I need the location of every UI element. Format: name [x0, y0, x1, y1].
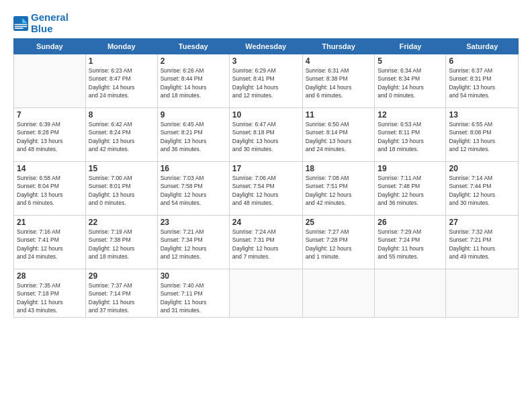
day-info: Sunrise: 7:24 AM Sunset: 7:31 PM Dayligh…	[232, 228, 300, 261]
calendar-cell: 10Sunrise: 6:47 AM Sunset: 8:18 PM Dayli…	[229, 108, 302, 162]
day-number: 18	[306, 164, 372, 173]
calendar-header-row: SundayMondayTuesdayWednesdayThursdayFrid…	[14, 39, 519, 54]
day-info: Sunrise: 7:29 AM Sunset: 7:24 PM Dayligh…	[378, 228, 443, 261]
calendar-cell: 29Sunrise: 7:37 AM Sunset: 7:14 PM Dayli…	[85, 269, 157, 318]
calendar-header-thursday: Thursday	[302, 39, 375, 54]
calendar-cell: 26Sunrise: 7:29 AM Sunset: 7:24 PM Dayli…	[375, 216, 446, 269]
calendar-cell: 6Sunrise: 6:37 AM Sunset: 8:31 PM Daylig…	[446, 54, 519, 108]
day-number: 17	[232, 164, 300, 173]
day-number: 12	[378, 110, 443, 120]
page-header: General Blue	[13, 12, 519, 34]
day-number: 3	[232, 56, 300, 66]
day-number: 23	[161, 218, 226, 227]
calendar-cell: 8Sunrise: 6:42 AM Sunset: 8:24 PM Daylig…	[85, 108, 157, 162]
day-number: 10	[232, 110, 300, 120]
day-info: Sunrise: 6:42 AM Sunset: 8:24 PM Dayligh…	[89, 120, 154, 153]
day-number: 22	[89, 218, 154, 227]
calendar-header-sunday: Sunday	[14, 39, 86, 54]
day-number: 9	[161, 110, 226, 120]
day-number: 26	[378, 218, 443, 227]
day-info: Sunrise: 6:37 AM Sunset: 8:31 PM Dayligh…	[449, 66, 515, 99]
calendar-table: SundayMondayTuesdayWednesdayThursdayFrid…	[13, 38, 519, 318]
calendar-cell: 2Sunrise: 6:26 AM Sunset: 8:44 PM Daylig…	[157, 54, 229, 108]
logo: General Blue	[13, 12, 69, 34]
day-info: Sunrise: 6:34 AM Sunset: 8:34 PM Dayligh…	[378, 66, 443, 99]
day-info: Sunrise: 7:06 AM Sunset: 7:54 PM Dayligh…	[232, 174, 300, 207]
calendar-header-tuesday: Tuesday	[157, 39, 229, 54]
day-info: Sunrise: 7:32 AM Sunset: 7:21 PM Dayligh…	[449, 228, 515, 261]
day-number: 24	[232, 218, 300, 227]
calendar-cell: 1Sunrise: 6:23 AM Sunset: 8:47 PM Daylig…	[85, 54, 157, 108]
calendar-week-row: 14Sunrise: 6:58 AM Sunset: 8:04 PM Dayli…	[14, 162, 519, 216]
day-number: 15	[89, 164, 154, 173]
calendar-cell: 12Sunrise: 6:53 AM Sunset: 8:11 PM Dayli…	[375, 108, 446, 162]
day-info: Sunrise: 7:14 AM Sunset: 7:44 PM Dayligh…	[449, 174, 515, 207]
day-number: 1	[89, 56, 154, 66]
calendar-cell: 18Sunrise: 7:08 AM Sunset: 7:51 PM Dayli…	[302, 162, 375, 216]
day-info: Sunrise: 6:55 AM Sunset: 8:08 PM Dayligh…	[449, 120, 515, 153]
calendar-cell	[446, 269, 519, 318]
day-number: 11	[306, 110, 372, 120]
calendar-cell	[229, 269, 302, 318]
calendar-cell: 30Sunrise: 7:40 AM Sunset: 7:11 PM Dayli…	[157, 269, 229, 318]
day-info: Sunrise: 6:47 AM Sunset: 8:18 PM Dayligh…	[232, 120, 300, 153]
day-info: Sunrise: 6:53 AM Sunset: 8:11 PM Dayligh…	[378, 120, 443, 153]
calendar-cell: 19Sunrise: 7:11 AM Sunset: 7:48 PM Dayli…	[375, 162, 446, 216]
calendar-week-row: 28Sunrise: 7:35 AM Sunset: 7:18 PM Dayli…	[14, 269, 519, 318]
day-number: 2	[161, 56, 226, 66]
calendar-cell: 21Sunrise: 7:16 AM Sunset: 7:41 PM Dayli…	[14, 216, 86, 269]
calendar-cell: 27Sunrise: 7:32 AM Sunset: 7:21 PM Dayli…	[446, 216, 519, 269]
calendar-cell	[302, 269, 375, 318]
calendar-cell: 3Sunrise: 6:29 AM Sunset: 8:41 PM Daylig…	[229, 54, 302, 108]
day-number: 27	[449, 218, 515, 227]
calendar-cell: 13Sunrise: 6:55 AM Sunset: 8:08 PM Dayli…	[446, 108, 519, 162]
day-info: Sunrise: 6:23 AM Sunset: 8:47 PM Dayligh…	[89, 66, 154, 99]
calendar-cell: 28Sunrise: 7:35 AM Sunset: 7:18 PM Dayli…	[14, 269, 86, 318]
day-number: 16	[161, 164, 226, 173]
day-number: 21	[17, 218, 83, 227]
day-info: Sunrise: 6:29 AM Sunset: 8:41 PM Dayligh…	[232, 66, 300, 99]
calendar-cell: 11Sunrise: 6:50 AM Sunset: 8:14 PM Dayli…	[302, 108, 375, 162]
day-info: Sunrise: 6:39 AM Sunset: 8:28 PM Dayligh…	[17, 120, 83, 153]
day-info: Sunrise: 7:03 AM Sunset: 7:58 PM Dayligh…	[161, 174, 226, 207]
day-number: 28	[17, 271, 83, 281]
day-info: Sunrise: 7:08 AM Sunset: 7:51 PM Dayligh…	[306, 174, 372, 207]
calendar-header-friday: Friday	[375, 39, 446, 54]
svg-rect-4	[14, 28, 23, 28]
day-number: 14	[17, 164, 83, 173]
calendar-cell: 15Sunrise: 7:00 AM Sunset: 8:01 PM Dayli…	[85, 162, 157, 216]
svg-rect-3	[14, 26, 27, 26]
day-number: 4	[306, 56, 372, 66]
svg-rect-2	[14, 24, 27, 24]
calendar-cell: 16Sunrise: 7:03 AM Sunset: 7:58 PM Dayli…	[157, 162, 229, 216]
day-number: 5	[378, 56, 443, 66]
day-number: 6	[449, 56, 515, 66]
calendar-cell: 7Sunrise: 6:39 AM Sunset: 8:28 PM Daylig…	[14, 108, 86, 162]
calendar-header-saturday: Saturday	[446, 39, 519, 54]
day-info: Sunrise: 7:35 AM Sunset: 7:18 PM Dayligh…	[17, 281, 83, 314]
calendar-cell: 25Sunrise: 7:27 AM Sunset: 7:28 PM Dayli…	[302, 216, 375, 269]
calendar-cell: 23Sunrise: 7:21 AM Sunset: 7:34 PM Dayli…	[157, 216, 229, 269]
day-number: 8	[89, 110, 154, 120]
day-info: Sunrise: 6:58 AM Sunset: 8:04 PM Dayligh…	[17, 174, 83, 207]
calendar-cell: 4Sunrise: 6:31 AM Sunset: 8:38 PM Daylig…	[302, 54, 375, 108]
day-number: 29	[89, 271, 154, 281]
calendar-cell: 14Sunrise: 6:58 AM Sunset: 8:04 PM Dayli…	[14, 162, 86, 216]
day-info: Sunrise: 7:19 AM Sunset: 7:38 PM Dayligh…	[89, 228, 154, 261]
day-info: Sunrise: 6:45 AM Sunset: 8:21 PM Dayligh…	[161, 120, 226, 153]
calendar-cell: 24Sunrise: 7:24 AM Sunset: 7:31 PM Dayli…	[229, 216, 302, 269]
day-info: Sunrise: 7:16 AM Sunset: 7:41 PM Dayligh…	[17, 228, 83, 261]
logo-icon	[13, 16, 28, 31]
day-info: Sunrise: 6:26 AM Sunset: 8:44 PM Dayligh…	[161, 66, 226, 99]
calendar-cell: 17Sunrise: 7:06 AM Sunset: 7:54 PM Dayli…	[229, 162, 302, 216]
calendar-header-monday: Monday	[85, 39, 157, 54]
day-info: Sunrise: 7:40 AM Sunset: 7:11 PM Dayligh…	[161, 281, 226, 314]
calendar-header-wednesday: Wednesday	[229, 39, 302, 54]
day-info: Sunrise: 7:37 AM Sunset: 7:14 PM Dayligh…	[89, 281, 154, 314]
day-number: 25	[306, 218, 372, 227]
day-number: 30	[161, 271, 226, 281]
day-number: 7	[17, 110, 83, 120]
calendar-cell: 20Sunrise: 7:14 AM Sunset: 7:44 PM Dayli…	[446, 162, 519, 216]
day-number: 13	[449, 110, 515, 120]
day-info: Sunrise: 7:27 AM Sunset: 7:28 PM Dayligh…	[306, 228, 372, 261]
